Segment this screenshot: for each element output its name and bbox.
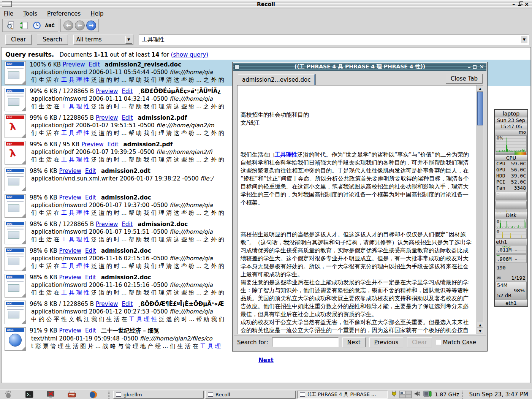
task-button[interactable]: gkrellm bbox=[113, 391, 204, 399]
preview-link[interactable]: Preview bbox=[96, 88, 118, 95]
menu-item-tools[interactable]: Tools bbox=[23, 10, 37, 17]
result-meta: application/pdf 2006-01-07 19:39:25 -050… bbox=[30, 149, 224, 155]
result-url: file:///home/qian2/m bbox=[156, 122, 214, 129]
task-button[interactable]: Recoll bbox=[205, 391, 296, 399]
edit-link[interactable]: Edit bbox=[108, 141, 119, 148]
find-next-button[interactable]: Next bbox=[342, 337, 366, 347]
result-mime: application/msword bbox=[31, 69, 89, 76]
workspace-switcher[interactable] bbox=[399, 391, 412, 398]
preview-link[interactable]: Preview bbox=[96, 301, 118, 307]
preview-text-area[interactable]: 高校招生的社会功能和目的 文/钱江 我们生活在□工具理性泛滥的时代。作为“世之显… bbox=[237, 85, 483, 334]
wireless-monitor[interactable]: 54M 98% 52 dB bbox=[496, 282, 527, 299]
result-date: 2006-01-11 05:54:44 -0500 bbox=[89, 69, 169, 76]
close-tab-button[interactable]: Close Tab bbox=[446, 74, 483, 84]
preview-tab[interactable]: admission2...evised.doc bbox=[238, 74, 315, 85]
preview-scrollbar[interactable]: ▲ ▲ ▼ bbox=[477, 86, 483, 334]
preview-close-button[interactable]: ✕ bbox=[479, 63, 484, 70]
preview-maximize-button[interactable] bbox=[473, 65, 477, 69]
result-mime: application/msword bbox=[31, 228, 89, 235]
terminal-icon[interactable] bbox=[24, 390, 34, 399]
net-rx-reading[interactable]: .011M - 477 bbox=[496, 245, 527, 254]
find-previous-button[interactable]: Previous bbox=[369, 337, 404, 347]
temp-reading-cpu: CPU59.0C bbox=[495, 161, 527, 167]
taskbar-clock[interactable]: Sun Sep 23, 3:47 PM bbox=[469, 391, 528, 398]
preview-link[interactable]: Preview bbox=[81, 141, 103, 148]
snippet-highlight: 工 具 理 性 bbox=[129, 316, 157, 323]
scroll-up-icon-bottom[interactable]: ▲ bbox=[477, 322, 483, 328]
result-text: 98% 6 KBPreviewEditadmission2.odtapplica… bbox=[30, 168, 213, 182]
gkrellm-section-disk: Disk bbox=[495, 212, 527, 218]
first-page-icon[interactable]: ← bbox=[63, 21, 73, 30]
preview-link[interactable]: Preview bbox=[59, 194, 81, 201]
show-query-link[interactable]: (show query) bbox=[171, 51, 209, 58]
result-snippet: 们 生 活 在 工 具 理 性 泛 滥 的 时 ... 帮 助 我 们 理 清 … bbox=[30, 156, 224, 163]
preview-link[interactable]: Preview bbox=[63, 61, 85, 68]
find-input[interactable] bbox=[272, 337, 339, 347]
mail-monitor[interactable]: ✉ 1/192 bbox=[495, 275, 527, 281]
preview-link[interactable]: Preview bbox=[96, 114, 118, 121]
result-url: file:///home/qia bbox=[169, 228, 213, 235]
history-clock-icon[interactable] bbox=[31, 20, 43, 31]
typewriter-icon[interactable] bbox=[67, 390, 77, 399]
edit-link[interactable]: Edit bbox=[89, 61, 100, 68]
cpufreq-battery-icon[interactable] bbox=[423, 390, 432, 399]
edit-link[interactable]: Edit bbox=[122, 88, 133, 95]
mail-count: 1/192 bbox=[511, 275, 526, 281]
disk-write-chart[interactable]: 0 bbox=[496, 229, 527, 239]
scroll-up-icon[interactable]: ▲ bbox=[477, 86, 483, 92]
search-button[interactable]: Search bbox=[37, 35, 68, 45]
query-input[interactable]: 工具理性 ▼ bbox=[139, 35, 529, 45]
edit-link[interactable]: Edit bbox=[85, 274, 96, 281]
disk-read-chart[interactable]: 0 bbox=[496, 218, 527, 228]
panel-handle[interactable] bbox=[108, 391, 110, 399]
cpu-usage-chart[interactable]: 0% bbox=[496, 135, 527, 152]
history-dropdown-icon[interactable]: ▼ bbox=[521, 36, 527, 43]
preview-link[interactable]: Preview bbox=[59, 168, 81, 174]
snippet-highlight: 工 具 理 性 bbox=[61, 236, 89, 243]
edit-link[interactable]: Edit bbox=[122, 114, 133, 121]
menu-item-preferences[interactable]: Preferences bbox=[47, 10, 81, 17]
edit-link[interactable]: Edit bbox=[122, 221, 133, 228]
gkrellm-scroll-label: mo bbox=[495, 130, 527, 135]
edit-link[interactable]: Edit bbox=[85, 168, 96, 174]
result-date: 2006-01-19 05:09:48 -0500 bbox=[59, 335, 140, 342]
plug-icon[interactable] bbox=[391, 390, 397, 399]
result-rank-size: 99% 6 KB / 1228865 B bbox=[30, 114, 94, 121]
restore-button[interactable] bbox=[518, 3, 521, 6]
task-button[interactable]: ((工 PHRASE 4 具 PHRASE ... bbox=[297, 391, 388, 399]
file-icon-band: DOC bbox=[6, 222, 24, 225]
menu-item-help[interactable]: Help bbox=[90, 10, 103, 17]
fan-meter-panel[interactable] bbox=[496, 192, 527, 212]
scrollbar-thumb[interactable] bbox=[477, 92, 483, 125]
edit-link[interactable]: Edit bbox=[85, 247, 96, 254]
clock-handle[interactable] bbox=[462, 391, 464, 399]
edit-link[interactable]: Edit bbox=[122, 301, 133, 307]
clear-button[interactable]: Clear bbox=[5, 35, 32, 45]
sort-order-icon[interactable] bbox=[18, 20, 30, 31]
preview-link[interactable]: Preview bbox=[59, 274, 81, 281]
result-url: file:///home/qia bbox=[169, 95, 213, 102]
gnome-menu-icon[interactable] bbox=[3, 390, 13, 399]
menu-item-file[interactable]: File bbox=[4, 10, 13, 17]
search-mode-combo[interactable]: All terms ▼ bbox=[73, 35, 133, 45]
document-preview-icon[interactable] bbox=[5, 20, 17, 31]
term-explorer-icon[interactable]: ÅBĈ bbox=[44, 20, 55, 31]
preview-link[interactable]: Preview bbox=[59, 327, 81, 334]
close-button[interactable]: × bbox=[524, 2, 529, 7]
xkill-icon[interactable] bbox=[46, 390, 55, 399]
firefox-icon[interactable] bbox=[88, 390, 98, 399]
speaker-icon[interactable] bbox=[414, 391, 421, 398]
preview-minimize-button[interactable]: – bbox=[468, 63, 471, 70]
edit-link[interactable]: Edit bbox=[85, 327, 96, 334]
next-results-link[interactable]: Next bbox=[258, 357, 274, 364]
preview-link[interactable]: Preview bbox=[96, 221, 118, 228]
preview-link[interactable]: Preview bbox=[59, 247, 81, 254]
match-case-checkbox[interactable] bbox=[436, 340, 441, 345]
edit-link[interactable]: Edit bbox=[85, 194, 96, 201]
prev-page-icon[interactable]: ← bbox=[75, 21, 85, 30]
minimize-button[interactable]: – bbox=[512, 2, 515, 7]
eth-interface-label: eth1 bbox=[495, 239, 527, 245]
scroll-down-icon[interactable]: ▼ bbox=[477, 328, 483, 334]
net-tx-reading[interactable]: .906M - 190 bbox=[496, 254, 527, 263]
next-page-icon[interactable]: → bbox=[86, 21, 96, 30]
